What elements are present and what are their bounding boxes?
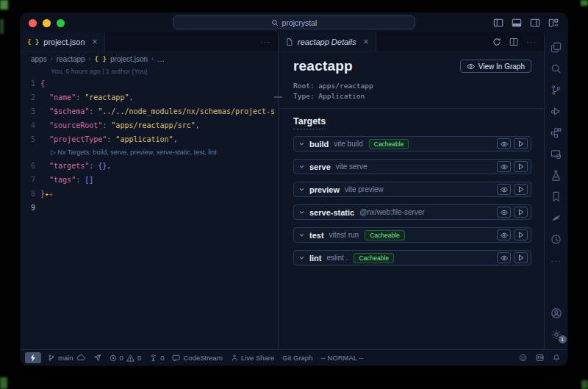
code-editor[interactable]: You, 6 hours ago | 1 author (You)1{2 "na… bbox=[21, 65, 278, 349]
editor-group-right: reactapp Details × ··· bbox=[279, 32, 544, 349]
run-target-button[interactable] bbox=[514, 184, 528, 195]
timeline-icon[interactable] bbox=[551, 234, 562, 246]
live-share-item[interactable]: Live Share bbox=[231, 354, 274, 362]
view-target-button[interactable] bbox=[497, 229, 511, 240]
remote-explorer-icon[interactable] bbox=[551, 149, 562, 160]
more-actions-icon[interactable]: ··· bbox=[260, 38, 270, 46]
search-icon[interactable] bbox=[551, 63, 562, 75]
view-target-button[interactable] bbox=[497, 207, 511, 218]
breadcrumb-apps[interactable]: apps bbox=[31, 55, 47, 63]
command-center-search[interactable]: projcrystal bbox=[173, 15, 415, 29]
run-target-button[interactable] bbox=[514, 138, 528, 149]
refresh-icon[interactable] bbox=[492, 38, 501, 46]
nx-console-icon[interactable] bbox=[551, 213, 562, 224]
problems-item[interactable]: 0 0 bbox=[110, 354, 142, 362]
view-target-button[interactable] bbox=[497, 161, 511, 172]
chevron-down-icon[interactable] bbox=[298, 163, 305, 170]
view-target-button[interactable] bbox=[497, 252, 511, 263]
close-tab-icon[interactable]: × bbox=[364, 37, 369, 47]
view-in-graph-button[interactable]: View In Graph bbox=[460, 60, 531, 73]
eye-icon bbox=[501, 164, 508, 170]
code-line[interactable]: 1{ bbox=[21, 76, 278, 90]
search-icon bbox=[271, 19, 279, 26]
target-row[interactable]: test vitest run Cacheable bbox=[293, 227, 531, 243]
run-target-button[interactable] bbox=[514, 207, 528, 218]
code-line[interactable]: 3 "$schema": "../../node_modules/nx/sche… bbox=[21, 104, 278, 118]
split-editor-icon[interactable] bbox=[509, 38, 518, 46]
view-target-button[interactable] bbox=[497, 138, 511, 149]
json-file-icon: { } bbox=[27, 38, 39, 46]
code-line[interactable]: 9 bbox=[21, 201, 278, 215]
code-line[interactable]: 6 "targets": {}, bbox=[21, 159, 278, 173]
extensions-icon[interactable] bbox=[551, 127, 562, 139]
run-target-button[interactable] bbox=[514, 229, 528, 240]
more-views-icon[interactable]: ··· bbox=[551, 255, 562, 267]
warning-icon bbox=[126, 354, 135, 362]
breadcrumb[interactable]: apps › reactapp › { } project.json › … bbox=[21, 52, 278, 65]
source-control-icon[interactable] bbox=[551, 85, 562, 96]
run-target-button[interactable] bbox=[514, 252, 528, 263]
bell-icon[interactable] bbox=[553, 354, 560, 362]
git-graph-item[interactable]: Git Graph bbox=[282, 354, 312, 362]
code-line[interactable]: 8}✦✧ bbox=[21, 187, 278, 201]
breadcrumb-symbol[interactable]: … bbox=[157, 55, 165, 63]
breadcrumb-file[interactable]: project.json bbox=[110, 55, 148, 63]
codestream-item[interactable]: CodeStream bbox=[172, 354, 222, 362]
target-row[interactable]: build vite build Cacheable bbox=[293, 136, 531, 151]
git-branch-item[interactable]: main bbox=[48, 354, 85, 362]
eye-icon bbox=[501, 255, 508, 261]
more-actions-icon[interactable]: ··· bbox=[526, 38, 537, 46]
play-icon bbox=[518, 209, 524, 215]
code-line[interactable]: 2 "name": "reactapp", bbox=[21, 90, 278, 104]
cacheable-badge: Cacheable bbox=[365, 230, 405, 240]
target-row[interactable]: preview vite preview bbox=[293, 182, 531, 197]
target-row[interactable]: serve-static @nx/web:file-server bbox=[293, 204, 531, 220]
line-number: 4 bbox=[21, 118, 35, 132]
target-row[interactable]: lint eslint . Cacheable bbox=[293, 250, 531, 265]
vim-mode-indicator[interactable]: -- NORMAL -- bbox=[320, 354, 363, 362]
chevron-down-icon[interactable] bbox=[298, 209, 305, 215]
target-row[interactable]: serve vite serve bbox=[293, 159, 531, 174]
chevron-down-icon[interactable] bbox=[298, 254, 305, 261]
tab-project-json[interactable]: { } project.json × bbox=[21, 32, 105, 51]
breadcrumb-reactapp[interactable]: reactapp bbox=[57, 55, 85, 63]
chevron-right-icon: › bbox=[151, 55, 154, 63]
eye-icon bbox=[467, 63, 475, 70]
remote-indicator[interactable] bbox=[25, 352, 41, 363]
close-tab-icon[interactable]: × bbox=[93, 37, 98, 47]
nx-targets-codelens[interactable]: ▷ Nx Targets: build, serve, preview, ser… bbox=[21, 146, 278, 159]
eye-icon bbox=[501, 210, 508, 215]
publish-icon[interactable] bbox=[93, 354, 101, 362]
chevron-down-icon[interactable] bbox=[298, 232, 305, 238]
line-number: 8 bbox=[21, 187, 35, 201]
tab-reactapp-details[interactable]: reactapp Details × bbox=[279, 32, 376, 51]
minimize-window-button[interactable] bbox=[43, 19, 51, 27]
explorer-icon[interactable] bbox=[551, 42, 562, 54]
customize-layout-icon[interactable] bbox=[548, 18, 559, 28]
toggle-primary-sidebar-icon[interactable] bbox=[493, 18, 503, 28]
scrollbar-marker[interactable] bbox=[274, 96, 282, 98]
status-bar: main 0 0 0 CodeStream Live Share Git Gra… bbox=[21, 349, 567, 365]
toggle-panel-icon[interactable] bbox=[512, 18, 522, 28]
toggle-secondary-sidebar-icon[interactable] bbox=[530, 18, 540, 28]
view-target-button[interactable] bbox=[497, 184, 511, 195]
run-target-button[interactable] bbox=[514, 161, 528, 172]
code-line[interactable]: 4 "sourceRoot": "apps/reactapp/src", bbox=[21, 118, 278, 132]
bookmarks-icon[interactable] bbox=[551, 191, 562, 203]
code-line[interactable]: 7 "tags": [] bbox=[21, 173, 278, 187]
settings-gear-icon[interactable]: 1 bbox=[551, 329, 562, 340]
broadcast-item[interactable]: 0 bbox=[149, 354, 164, 362]
target-detail: @nx/web:file-server bbox=[359, 208, 425, 216]
smiley-icon[interactable] bbox=[519, 354, 527, 362]
fm-icon[interactable] bbox=[536, 354, 544, 362]
file-icon bbox=[285, 38, 293, 46]
maximize-window-button[interactable] bbox=[57, 19, 65, 27]
run-debug-icon[interactable] bbox=[551, 106, 562, 118]
testing-icon[interactable] bbox=[551, 170, 562, 182]
project-type: Type: Application bbox=[293, 91, 531, 101]
chevron-down-icon[interactable] bbox=[298, 186, 305, 193]
code-line[interactable]: 5 "projectType": "application", bbox=[21, 132, 278, 146]
chevron-down-icon[interactable] bbox=[298, 140, 305, 147]
account-icon[interactable] bbox=[551, 307, 562, 319]
close-window-button[interactable] bbox=[29, 19, 37, 27]
